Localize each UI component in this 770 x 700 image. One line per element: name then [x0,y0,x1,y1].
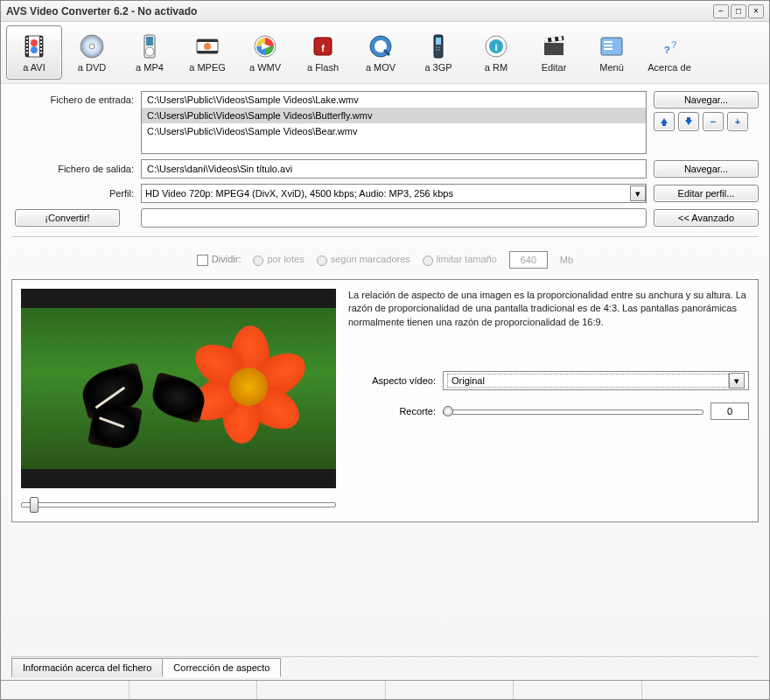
timeline-thumb[interactable] [30,497,38,513]
svg-text:?: ? [671,39,677,50]
toolbar-a-mov[interactable]: a MOV [353,25,409,80]
browse-output-button[interactable]: Navegar... [654,160,759,178]
input-side-buttons: Navegar... − + [654,91,759,131]
svg-rect-3 [26,38,28,39]
qt-icon [367,32,395,60]
svg-rect-31 [436,46,438,48]
aspect-video-label: Aspecto vídeo: [348,375,436,386]
aspect-settings: La relación de aspecto de una imagen es … [348,289,749,513]
svg-rect-41 [551,37,556,42]
browse-input-button[interactable]: Navegar... [654,91,759,108]
tab-file-info[interactable]: Información acerca del fichero [11,658,163,677]
split-checkbox[interactable] [197,255,208,266]
window-title: AVS Video Converter 6.2 - No activado [6,5,713,18]
input-file-item[interactable]: C:\Users\Public\Videos\Sample Videos\But… [142,108,646,123]
advanced-button[interactable]: << Avanzado [654,209,759,227]
toolbar-menú[interactable]: Menú [584,25,640,80]
video-preview[interactable] [21,289,336,488]
toolbar-acerca-de[interactable]: ??Acerca de [641,25,697,80]
crop-value-input[interactable] [710,402,749,420]
preview-panel: La relación de aspecto de una imagen es … [11,279,759,522]
toolbar-a-mpeg[interactable]: a MPEG [179,25,235,80]
input-file-item[interactable]: C:\Users\Public\Videos\Sample Videos\Lak… [142,92,646,108]
remove-file-button[interactable]: − [703,112,724,131]
toolbar-a-mp4[interactable]: a MP4 [122,25,178,80]
aspect-video-select[interactable]: Original ▾ [443,371,749,390]
toolbar-a-rm[interactable]: ia RM [468,25,524,80]
profile-value: HD Video 720p: MPEG4 (DivX, XviD), 4500 … [145,188,453,199]
toolbar-a-3gp[interactable]: a 3GP [410,25,466,80]
maximize-button[interactable]: □ [731,4,746,18]
split-checkbox-label[interactable]: Dividir: [197,254,242,266]
input-file-list[interactable]: C:\Users\Public\Videos\Sample Videos\Lak… [141,91,647,154]
titlebar: AVS Video Converter 6.2 - No activado − … [1,1,769,22]
svg-rect-8 [40,38,42,39]
arrow-down-icon [683,116,694,127]
minimize-button[interactable]: − [713,4,729,18]
statusbar [1,680,769,699]
svg-rect-45 [604,45,612,46]
svg-rect-44 [604,41,612,43]
split-unit: Mb [560,255,573,265]
film-icon [20,32,48,60]
split-batch-radio: por lotes [253,254,304,265]
bottom-tabs: Información acerca del fichero Correcció… [11,656,759,676]
svg-rect-11 [40,48,42,50]
body-area: Fichero de entrada: C:\Users\Public\Vide… [1,84,769,680]
svg-rect-21 [197,39,218,42]
move-up-button[interactable] [654,112,675,131]
svg-rect-10 [40,45,42,46]
svg-text:i: i [494,42,497,52]
add-file-button[interactable]: + [727,112,748,131]
svg-rect-32 [438,46,440,48]
split-markers-radio: según marcadores [317,254,410,265]
arrow-up-icon [659,116,669,127]
crop-thumb[interactable] [443,406,453,416]
toolbar-a-wmv[interactable]: a WMV [237,25,293,80]
tab-aspect-correction[interactable]: Corrección de aspecto [162,658,281,677]
svg-rect-12 [40,52,42,53]
output-file-input[interactable] [141,159,647,178]
svg-point-23 [204,43,211,50]
toolbar-a-dvd[interactable]: a DVD [64,25,120,80]
close-button[interactable]: × [748,4,764,18]
split-row: Dividir: por lotes según marcadores limi… [11,246,759,274]
move-down-button[interactable] [678,112,699,131]
window-controls: − □ × [713,4,764,18]
timeline-slider[interactable] [21,495,336,513]
chevron-down-icon: ▾ [729,373,745,388]
crop-slider[interactable] [443,402,704,420]
app-window: AVS Video Converter 6.2 - No activado − … [0,0,770,700]
progress-bar [141,208,647,228]
convert-button[interactable]: ¡Convertir! [15,209,120,227]
input-file-label: Fichero de entrada: [11,91,134,105]
svg-point-14 [31,46,38,53]
svg-rect-4 [26,41,28,43]
svg-rect-6 [26,48,28,50]
svg-point-16 [89,44,94,49]
main-toolbar: a AVIa DVDa MP4a MPEGa WMVfa Flasha MOVa… [1,22,769,84]
chevron-down-icon: ▾ [630,186,646,201]
split-size-input [509,251,548,269]
svg-point-13 [31,39,38,46]
edit-profile-button[interactable]: Editar perfil... [654,185,759,202]
svg-rect-42 [558,36,563,41]
help-icon: ?? [655,32,683,60]
svg-rect-33 [436,49,438,51]
toolbar-a-avi[interactable]: a AVI [6,25,62,80]
menu-icon [598,32,626,60]
crop-label: Recorte: [348,406,436,416]
aspect-video-value: Original [447,374,729,388]
profile-select[interactable]: HD Video 720p: MPEG4 (DivX, XviD), 4500 … [141,184,647,203]
svg-rect-30 [436,38,441,45]
svg-text:?: ? [664,45,670,55]
svg-rect-46 [604,48,612,50]
output-file-label: Fichero de salida: [11,164,134,174]
disc-icon [78,32,106,60]
svg-rect-9 [40,41,42,43]
toolbar-editar[interactable]: Editar [526,25,582,80]
input-file-item[interactable]: C:\Users\Public\Videos\Sample Videos\Bea… [142,123,646,139]
real-icon: i [482,32,510,60]
toolbar-a-flash[interactable]: fa Flash [295,25,351,80]
divider [11,236,759,237]
